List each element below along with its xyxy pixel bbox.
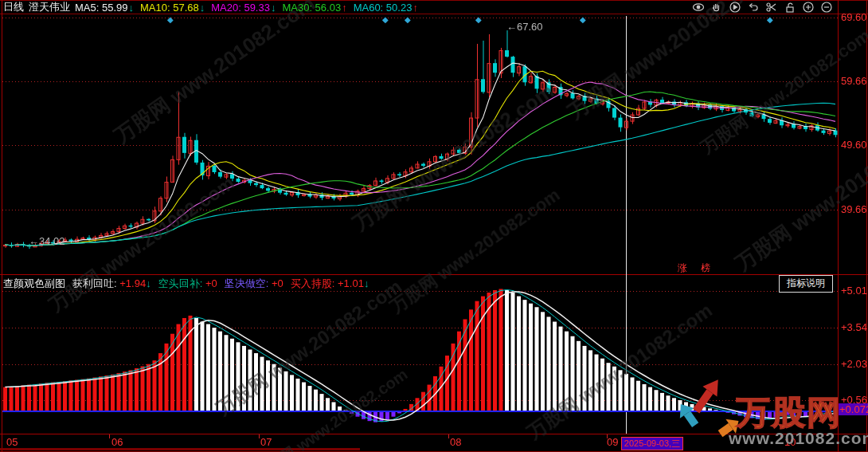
ma-value: MA10: 57.68↓ [140, 2, 205, 14]
indicator-value-label: +2.03 [841, 358, 867, 370]
scissors-icon[interactable] [765, 2, 778, 13]
stock-app-window: 万股网 www.201082.com万股网 www.201082.com万股网 … [0, 0, 868, 452]
price-label: 59.66 [841, 75, 867, 87]
rank-label[interactable]: 涨 榜 [678, 261, 716, 275]
low-price-annotation: ←34.02 [29, 235, 65, 247]
ma-value: MA20: 59.33↓ [211, 2, 276, 14]
indicator-signal: 获利回吐: +1.94↓ [72, 277, 151, 291]
zoom-out-icon[interactable] [820, 2, 833, 13]
high-price-annotation: ←67.60 [506, 21, 543, 33]
eye-icon[interactable] [692, 2, 705, 13]
indicator-title: 查颜观色副图 [3, 277, 65, 291]
price-label: 49.60 [841, 139, 867, 151]
indicator-signal: 空头回补: +0 [158, 277, 217, 291]
diamond-marker: ◆ [580, 15, 586, 24]
ma-value: MA5: 55.99↓ [75, 2, 134, 14]
ma-value: MA30: 56.03↑ [282, 2, 346, 14]
indicator-signal: 坚决做空: +0 [225, 277, 283, 291]
diamond-marker: ◆ [405, 15, 411, 24]
chart-toolbar [692, 2, 833, 13]
indicator-signal: 买入持股: +1.01↓ [291, 277, 369, 291]
indicator-signals: 获利回吐: +1.94↓空头回补: +0坚决做空: +0买入持股: +1.01↓ [72, 277, 369, 291]
month-label-09[interactable]: 09 [607, 436, 618, 448]
stock-name[interactable]: 澄天伟业 [29, 0, 70, 14]
month-label-10[interactable]: 10 [784, 436, 796, 448]
month-label-06[interactable]: 06 [111, 436, 123, 448]
indicator-value-label: +3.54 [841, 321, 867, 333]
indicator-help-button[interactable]: 指标说明 [779, 275, 833, 293]
ma-values-row: MA5: 55.99↓MA10: 57.68↓MA20: 59.33↓MA30:… [75, 2, 418, 14]
price-label: 39.66 [841, 203, 867, 215]
price-label: 69.60 [841, 11, 867, 23]
diamond-marker: ◆ [382, 15, 389, 24]
indicator-header: 查颜观色副图 获利回吐: +1.94↓空头回补: +0坚决做空: +0买入持股:… [3, 277, 369, 291]
month-label-08[interactable]: 08 [450, 436, 461, 448]
diamond-marker: ◆ [475, 15, 482, 24]
selected-date-badge[interactable]: 2025-09-03,三 [621, 437, 683, 450]
hand-icon[interactable] [710, 2, 723, 13]
diamond-marker: ◆ [167, 15, 174, 24]
chart-header: 日线 澄天伟业 MA5: 55.99↓MA10: 57.68↓MA20: 59.… [3, 1, 418, 14]
indicator-value-label: +5.01 [841, 285, 867, 297]
undo-icon[interactable] [747, 2, 760, 13]
month-label-07[interactable]: 07 [260, 436, 272, 448]
period-label[interactable]: 日线 [3, 0, 24, 14]
lock-icon[interactable] [784, 2, 796, 13]
current-value-badge: +0.072 [839, 403, 868, 415]
month-label-05[interactable]: 05 [6, 436, 18, 448]
ma-value: MA60: 50.23↑ [354, 2, 418, 14]
diamond-marker: ◆ [767, 15, 773, 24]
play-circle-icon[interactable] [729, 2, 741, 13]
stock-chart-canvas[interactable] [0, 0, 868, 452]
zoom-in-icon[interactable] [802, 2, 815, 13]
